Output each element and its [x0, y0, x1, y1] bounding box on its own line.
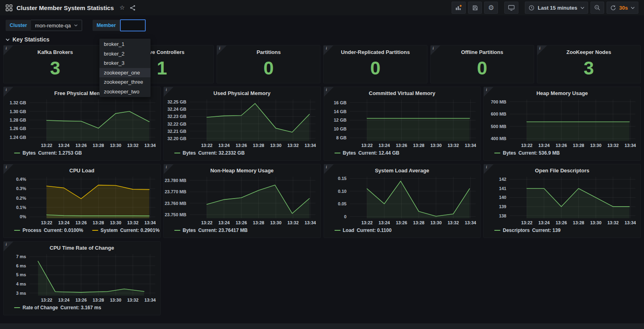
panel-title[interactable]: Heap Memory Usage: [484, 90, 640, 96]
panel-title[interactable]: Non-Heap Memory Usage: [164, 168, 320, 174]
chart-legend: ProcessCurrent: 0.0100%SystemCurrent: 0.…: [14, 228, 160, 233]
svg-text:13:24: 13:24: [218, 220, 230, 225]
share-icon[interactable]: [130, 5, 136, 11]
svg-text:13:34: 13:34: [144, 220, 156, 225]
svg-text:1.26 GB: 1.26 GB: [10, 126, 26, 131]
legend-series-name[interactable]: Rate of Change: [23, 305, 58, 310]
svg-text:0: 0: [344, 214, 346, 219]
svg-text:13:28: 13:28: [413, 143, 424, 148]
chart-canvas: 14214114013913813:2213:2413:2613:2813:30…: [484, 174, 640, 227]
svg-text:13:24: 13:24: [58, 298, 70, 302]
panel-info-corner[interactable]: i: [4, 87, 13, 97]
chart-legend: Rate of ChangeCurrent: 3.167 ms: [14, 305, 160, 310]
svg-text:13:28: 13:28: [253, 143, 264, 148]
panel-title[interactable]: ZooKeeper Nodes: [566, 49, 611, 55]
legend-item: BytesCurrent: 32.2332 GB: [174, 150, 245, 156]
member-variable-input[interactable]: [120, 19, 146, 31]
svg-text:13:26: 13:26: [396, 143, 407, 148]
panel-non-heap-memory-usage: iNon-Heap Memory Usage23.780 MB23.770 MB…: [163, 164, 321, 238]
add-panel-button[interactable]: [452, 2, 466, 14]
legend-series-name[interactable]: Bytes: [183, 228, 196, 233]
svg-text:13:24: 13:24: [378, 220, 390, 225]
panel-info-corner[interactable]: i: [537, 46, 547, 55]
legend-color-dash: [92, 230, 98, 231]
member-option[interactable]: zookeeper_two: [99, 87, 151, 97]
svg-text:12 GB: 12 GB: [334, 118, 347, 123]
legend-series-name[interactable]: Bytes: [183, 150, 196, 156]
panel-info-corner[interactable]: i: [484, 164, 493, 174]
legend-series-name[interactable]: Bytes: [23, 150, 36, 156]
svg-text:13:24: 13:24: [539, 220, 550, 225]
panel-title[interactable]: Used Physical Memory: [164, 90, 320, 96]
panel-info-corner[interactable]: i: [324, 46, 333, 55]
legend-color-dash: [174, 153, 180, 153]
panel-info-corner[interactable]: i: [4, 164, 13, 174]
legend-color-dash: [174, 230, 180, 231]
chart-canvas: 1.32 GB1.30 GB1.28 GB1.26 GB1.24 GB13:22…: [4, 97, 160, 150]
dashboard-settings-button[interactable]: ⚙: [484, 2, 498, 14]
panel-info-corner[interactable]: i: [431, 46, 440, 55]
legend-series-name[interactable]: Bytes: [503, 150, 516, 156]
svg-text:13:22: 13:22: [201, 220, 213, 225]
cluster-variable-value[interactable]: mon-remote-qa: [31, 20, 82, 31]
time-range-picker[interactable]: Last 15 minutes: [525, 2, 588, 14]
panel-title[interactable]: Kafka Brokers: [37, 49, 73, 55]
legend-series-name[interactable]: Descriptors: [503, 228, 530, 233]
panel-title[interactable]: System Load Average: [324, 168, 481, 174]
chevron-down-icon: [74, 24, 78, 27]
refresh-picker[interactable]: 30s: [607, 2, 638, 14]
stat-panel-offline-partitions: iOffline Partitions0: [430, 45, 534, 83]
panel-info-corner[interactable]: i: [4, 46, 13, 55]
legend-current-value: Current: 0.1100: [357, 228, 392, 233]
panel-title[interactable]: Under-Replicated Partitions: [341, 49, 410, 55]
panel-title[interactable]: Committed Virtual Memory: [324, 90, 481, 96]
zoom-out-button[interactable]: [590, 2, 604, 14]
svg-text:32.22 GB: 32.22 GB: [167, 122, 186, 126]
refresh-interval-label: 30s: [619, 5, 628, 11]
svg-text:0.4%: 0.4%: [16, 177, 26, 182]
panel-info-corner[interactable]: i: [484, 87, 493, 97]
chart-legend: BytesCurrent: 536.9 MB: [494, 150, 640, 156]
chart-legend: BytesCurrent: 12.44 GB: [334, 150, 481, 156]
panel-title[interactable]: Open File Descriptors: [484, 168, 640, 174]
legend-item: BytesCurrent: 23.76417 MB: [174, 228, 248, 233]
panel-title[interactable]: Partitions: [256, 49, 281, 55]
chart-canvas: 700 MB600 MB500 MB400 MB13:2213:2413:261…: [484, 97, 640, 150]
panel-title[interactable]: CPU Load: [4, 168, 160, 174]
panel-info-corner[interactable]: i: [4, 242, 13, 251]
svg-text:13:26: 13:26: [75, 220, 87, 225]
panel-info-corner[interactable]: i: [324, 87, 334, 97]
svg-text:13:26: 13:26: [235, 220, 247, 225]
legend-series-name[interactable]: System: [101, 228, 118, 233]
chart-canvas: 7 ms6 ms5 ms4 ms3 ms13:2213:2413:2613:28…: [4, 251, 160, 304]
svg-text:6 ms: 6 ms: [16, 263, 26, 268]
gear-icon: ⚙: [488, 4, 494, 11]
panel-title[interactable]: CPU Time Rate of Change: [4, 245, 160, 251]
star-icon[interactable]: ☆: [120, 4, 125, 11]
panel-info-corner[interactable]: i: [164, 87, 173, 97]
legend-series-name[interactable]: Bytes: [343, 150, 356, 156]
save-dashboard-button[interactable]: [468, 2, 482, 14]
member-option[interactable]: broker_1: [99, 39, 151, 49]
member-option[interactable]: broker_3: [99, 58, 151, 68]
svg-text:13:34: 13:34: [144, 143, 156, 148]
legend-series-name[interactable]: Process: [23, 228, 41, 233]
tv-mode-button[interactable]: [504, 2, 518, 14]
panel-title[interactable]: Offline Partitions: [461, 49, 503, 55]
panel-info-corner[interactable]: i: [217, 46, 227, 55]
legend-series-name[interactable]: Load: [343, 228, 355, 233]
svg-text:13:30: 13:30: [110, 298, 121, 302]
svg-text:13:32: 13:32: [127, 143, 138, 148]
stat-panel-partitions: iPartitions0: [217, 45, 320, 83]
panel-heap-memory-usage: iHeap Memory Usage700 MB600 MB500 MB400 …: [483, 87, 641, 161]
member-option[interactable]: broker_2: [99, 49, 151, 59]
member-option[interactable]: zookeeper_one: [99, 68, 151, 78]
svg-text:23.760 MB: 23.760 MB: [165, 201, 186, 206]
svg-text:1.32 GB: 1.32 GB: [10, 100, 26, 105]
panel-info-corner[interactable]: i: [164, 164, 173, 174]
member-option[interactable]: zookeeper_three: [99, 77, 151, 87]
svg-text:13:32: 13:32: [607, 220, 619, 225]
legend-color-dash: [494, 153, 500, 153]
panel-info-corner[interactable]: i: [324, 164, 334, 174]
svg-text:13:30: 13:30: [590, 143, 601, 148]
